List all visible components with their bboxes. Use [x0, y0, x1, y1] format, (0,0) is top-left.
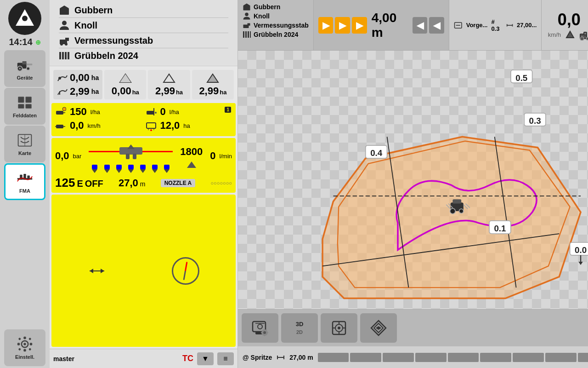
segment-4: [415, 353, 447, 362]
vorge-icon: [454, 20, 463, 30]
expand-button[interactable]: ≡: [217, 352, 234, 365]
map-equipment-icon: [243, 21, 251, 29]
svg-text:0.5: 0.5: [515, 73, 527, 83]
spray-rate-icon: [55, 106, 66, 117]
zoom-field-button[interactable]: [360, 313, 397, 343]
segment-8: [545, 353, 577, 362]
driver-icon: [59, 20, 70, 31]
svg-marker-115: [578, 262, 582, 265]
tractor-small-icon: [579, 29, 588, 40]
segment-9: [578, 353, 588, 362]
spray-speed-icon: [55, 120, 66, 131]
vorge-width-icon: [506, 21, 513, 29]
speed-up-icon: [565, 29, 576, 40]
nozzle-label: NOZZLE A: [161, 179, 196, 187]
svg-marker-55: [101, 269, 104, 273]
svg-rect-3: [23, 61, 27, 64]
section-segments: [318, 353, 588, 362]
app-logo: [8, 2, 41, 35]
svg-point-97: [459, 209, 463, 213]
sidebar-item-einstell[interactable]: Einstell.: [4, 329, 45, 366]
segment-5: [448, 353, 479, 362]
svg-rect-62: [245, 31, 247, 38]
settings-icon: [17, 336, 33, 352]
gps-icon: ⊕: [35, 39, 41, 46]
karte-icon: [17, 132, 33, 149]
svg-rect-25: [28, 338, 31, 340]
svg-point-5: [27, 67, 30, 70]
svg-marker-89: [338, 141, 570, 288]
svg-rect-11: [26, 104, 32, 109]
sidebar-item-geraete[interactable]: Geräte: [4, 50, 45, 87]
svg-rect-10: [18, 104, 24, 109]
field-stat-remaining: 2,99 ha: [148, 70, 190, 99]
fma-icon: [17, 170, 33, 186]
zoom-field-icon: [370, 320, 387, 336]
svg-marker-29: [60, 6, 69, 8]
map-settings-button[interactable]: [242, 313, 278, 343]
status-bar: @ Spritze 27,00 m MANU: [238, 346, 588, 368]
svg-text:0.1: 0.1: [494, 224, 506, 233]
sidebar: 14:14 ⊕ Geräte Felddaten K: [0, 0, 50, 368]
map-bottom-controls: 3D 2D: [238, 309, 588, 346]
farm-row: Gubbern: [54, 3, 233, 17]
svg-rect-95: [452, 199, 461, 203]
svg-rect-41: [56, 111, 63, 115]
sidebar-item-karte[interactable]: Karte: [4, 126, 45, 162]
spray-total-icon: [57, 86, 68, 97]
svg-point-30: [62, 21, 67, 25]
map-area: Gubbern Knoll Vermessungsstab Grübbeln 2…: [238, 0, 588, 368]
vorge-block: Vorge... # 0.3 27,00...: [449, 0, 541, 50]
logo-icon: [14, 7, 36, 29]
arrow-right-2[interactable]: ◀: [429, 17, 444, 34]
field-row: Grübbeln 2024: [54, 48, 233, 63]
collapse-button[interactable]: ▼: [197, 352, 214, 365]
svg-marker-57: [243, 4, 250, 6]
arrow-controls: ▶ ▶ ▶ 4,00 m ◀ ◀: [313, 0, 449, 50]
svg-point-6: [19, 68, 21, 69]
svg-point-33: [60, 43, 63, 46]
svg-point-96: [450, 208, 456, 214]
svg-point-39: [58, 77, 61, 80]
sidebar-item-felddaten[interactable]: Felddaten: [4, 88, 45, 125]
info-bottom-bar: master TC ▼ ≡: [50, 349, 237, 368]
compass: [172, 257, 199, 285]
arrow-left-1[interactable]: ▶: [318, 17, 334, 34]
map-farm-icon: [243, 3, 251, 11]
svg-point-42: [62, 107, 66, 111]
field-icon: [59, 50, 70, 61]
driver-row: Knoll: [54, 18, 233, 33]
svg-point-19: [23, 343, 26, 345]
map-settings-icon: [252, 320, 268, 336]
field-remaining-icon: [162, 72, 176, 85]
arrow-left-2[interactable]: ▶: [335, 17, 350, 34]
sidebar-item-fma[interactable]: FMA: [4, 163, 45, 200]
svg-rect-37: [65, 52, 67, 59]
svg-point-58: [245, 13, 249, 17]
status-width-icon: [277, 354, 285, 361]
arrow-left-3[interactable]: ▶: [352, 17, 367, 34]
field-stat-worked: 0,00 ha: [104, 70, 146, 99]
2d3d-button[interactable]: 3D 2D: [281, 313, 318, 343]
segment-3: [383, 353, 414, 362]
svg-point-34: [65, 43, 68, 46]
field-worked-icon: [118, 72, 133, 85]
map-canvas[interactable]: 0.5 0.6 0.3 0.4 0.1: [238, 51, 588, 309]
svg-text:0.4: 0.4: [370, 148, 383, 158]
svg-rect-27: [28, 348, 31, 351]
center-map-button[interactable]: [321, 313, 357, 343]
svg-rect-63: [248, 31, 249, 38]
info-panel: Gubbern Knoll Vermessungsstab Grübbeln 2…: [50, 0, 238, 368]
svg-rect-9: [26, 97, 32, 103]
nozzle-dots: ○○○○○○○: [210, 180, 232, 186]
svg-point-117: [258, 324, 262, 329]
svg-rect-35: [59, 52, 61, 59]
field-total-icon: [205, 72, 220, 85]
svg-point-1: [22, 16, 28, 21]
svg-rect-60: [248, 23, 250, 26]
svg-rect-32: [65, 38, 69, 41]
svg-rect-36: [62, 52, 64, 59]
svg-point-73: [580, 37, 584, 40]
arrow-right-1[interactable]: ◀: [413, 17, 428, 34]
equipment-row: Vermessungsstab: [54, 33, 233, 48]
